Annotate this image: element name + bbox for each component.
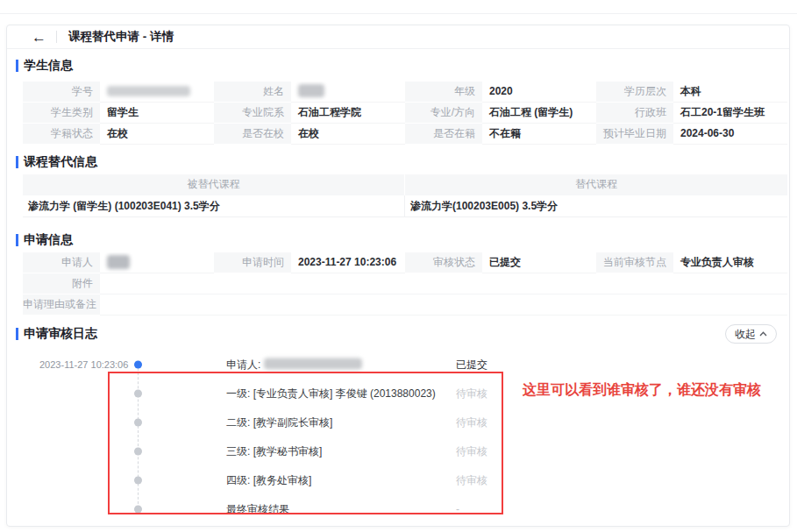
section-accent-bar <box>16 328 18 340</box>
section-accent-bar <box>16 234 18 246</box>
field-value: 2023-11-27 10:23:06 <box>291 252 405 273</box>
field-value <box>100 82 214 103</box>
field-value: 不在籍 <box>482 124 596 145</box>
page-title: 课程替代申请 - 详情 <box>68 29 174 45</box>
collapse-button-label: 收起 <box>735 327 756 342</box>
timeline-status: 待审核 <box>456 472 487 487</box>
audit-log-header: 申请审核日志 收起 <box>23 324 777 344</box>
timeline-entry: 三级: [教学秘书审核] 待审核 <box>7 436 789 465</box>
column-header-substitute-course: 替代课程 <box>405 174 787 195</box>
field-value: 在校 <box>100 124 214 145</box>
redacted-applicant <box>107 255 130 269</box>
field-label: 行政班 <box>596 103 673 124</box>
timeline-entry: 2023-11-27 10:23:06 申请人: 已提交 <box>7 350 789 379</box>
attachment-value <box>100 273 787 294</box>
field-label: 申请时间 <box>214 252 291 273</box>
detail-card: ← 课程替代申请 - 详情 学生信息 学号 姓名 年级 2020 学历层次 本科… <box>6 25 790 527</box>
reason-value <box>100 294 787 316</box>
section-application-info: 申请信息 <box>23 231 773 249</box>
field-label: 当前审核节点 <box>596 252 673 273</box>
field-value <box>291 82 405 103</box>
section-accent-bar <box>16 60 18 72</box>
back-icon[interactable]: ← <box>32 30 46 45</box>
redacted-applicant-name <box>264 358 362 369</box>
audit-timeline: 2023-11-27 10:23:06 申请人: 已提交 一级: [专业负责人审… <box>7 350 789 527</box>
section-student-info: 学生信息 <box>23 57 773 74</box>
field-label: 申请人 <box>23 252 100 273</box>
timeline-text: 申请人: <box>226 357 362 372</box>
field-value: 在校 <box>291 124 405 145</box>
field-label: 申请理由或备注 <box>23 294 100 316</box>
field-label: 预计毕业日期 <box>596 124 673 145</box>
field-value: 本科 <box>673 82 787 103</box>
timeline-dot-active <box>134 360 142 368</box>
field-value: 2020 <box>482 82 596 103</box>
timeline-text: 四级: [教务处审核] <box>226 472 311 487</box>
red-annotation-text: 这里可以看到谁审核了，谁还没有审核 <box>523 381 761 400</box>
field-label: 审核状态 <box>405 252 482 273</box>
field-value: 石油工程 (留学生) <box>482 103 596 124</box>
field-value: 留学生 <box>100 103 214 124</box>
field-label: 专业院系 <box>214 103 291 124</box>
field-value: 2024-06-30 <box>673 124 787 145</box>
header-divider <box>56 31 57 43</box>
section-accent-bar <box>16 156 18 168</box>
field-label: 学籍状态 <box>23 124 100 145</box>
timeline-text: 最终审核结果 <box>226 501 289 516</box>
field-label: 专业/方向 <box>405 103 482 124</box>
page-top-divider <box>0 13 797 14</box>
timeline-dot <box>134 476 142 484</box>
application-info-table: 申请人 申请时间 2023-11-27 10:23:06 审核状态 已提交 当前… <box>23 252 773 316</box>
field-label: 附件 <box>23 273 100 294</box>
collapse-button[interactable]: 收起 <box>725 324 777 344</box>
field-value: 石工20-1留学生班 <box>673 103 787 124</box>
timeline-entry: 四级: [教务处审核] 待审核 <box>7 465 789 494</box>
timeline-status: 已提交 <box>456 357 487 372</box>
field-label: 是否在籍 <box>405 124 482 145</box>
timeline-text: 二级: [教学副院长审核] <box>226 415 332 429</box>
timeline-dot <box>134 418 142 426</box>
course-substitution-table: 被替代课程 替代课程 渗流力学 (留学生) (100203E041) 3.5学分… <box>23 174 773 217</box>
timeline-status: 待审核 <box>456 386 487 401</box>
section-audit-log-title: 申请审核日志 <box>24 326 97 342</box>
section-application-title: 申请信息 <box>24 232 73 248</box>
field-label: 学历层次 <box>596 82 673 103</box>
timeline-entry: 最终审核结果 - <box>7 494 789 523</box>
section-student-title: 学生信息 <box>24 58 73 74</box>
student-info-table: 学号 姓名 年级 2020 学历层次 本科 学生类别 留学生 专业院系 石油工程… <box>23 82 773 145</box>
replaced-course-cell: 渗流力学 (留学生) (100203E041) 3.5学分 <box>23 195 405 217</box>
timeline-text: 一级: [专业负责人审核] 李俊键 (2013880023) <box>226 386 436 401</box>
timeline-dot <box>134 505 142 513</box>
timeline-dot <box>134 447 142 455</box>
timeline-status: - <box>456 503 459 515</box>
field-label: 学号 <box>23 82 100 103</box>
timeline-date: 2023-11-27 10:23:06 <box>39 359 128 370</box>
chevron-up-icon <box>759 331 767 337</box>
field-value: 石油工程学院 <box>291 103 405 124</box>
field-value: 已提交 <box>482 252 596 273</box>
substitute-course-cell: 渗流力学(100203E005) 3.5学分 <box>405 195 787 217</box>
timeline-status: 待审核 <box>456 443 487 458</box>
section-course-title: 课程替代信息 <box>24 154 97 170</box>
field-label: 年级 <box>405 82 482 103</box>
timeline-text: 三级: [教学秘书审核] <box>226 443 322 458</box>
field-value: 专业负责人审核 <box>673 252 787 273</box>
timeline-status: 待审核 <box>456 415 487 429</box>
timeline-entry: 二级: [教学副院长审核] 待审核 <box>7 408 789 436</box>
section-course-info: 课程替代信息 <box>23 153 773 171</box>
field-value <box>100 252 214 273</box>
field-label: 是否在校 <box>214 124 291 145</box>
redacted-student-name <box>298 84 324 97</box>
timeline-dot <box>134 389 142 397</box>
redacted-student-id <box>107 86 190 96</box>
field-label: 学生类别 <box>23 103 100 124</box>
field-label: 姓名 <box>214 82 291 103</box>
column-header-replaced-course: 被替代课程 <box>23 174 405 195</box>
card-header: ← 课程替代申请 - 详情 <box>7 25 789 49</box>
section-audit-log: 申请审核日志 <box>23 325 97 343</box>
